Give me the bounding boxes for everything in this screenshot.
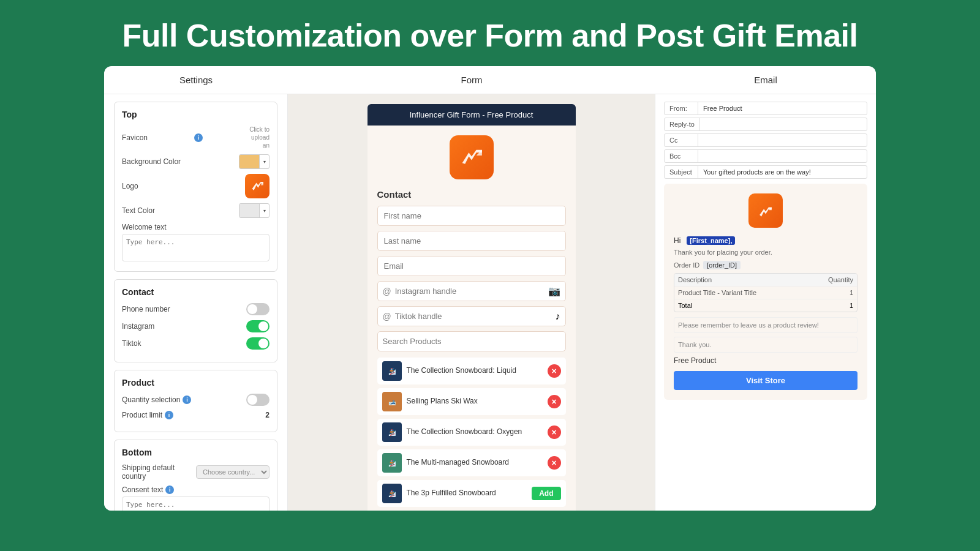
first-name-tag: [First_name],	[687, 236, 735, 245]
form-logo-area	[377, 135, 566, 179]
subject-label: Subject	[665, 166, 698, 178]
cc-label: Cc	[665, 134, 698, 146]
columns-body: Top Favicon i Click touploadan Backgroun…	[104, 94, 876, 511]
email-thankyou-note: Thank you.	[674, 337, 858, 353]
consent-text-input[interactable]	[122, 497, 270, 511]
product-name-3: The Collection Snowboard: Oxygen	[407, 427, 543, 437]
cc-value	[698, 138, 867, 143]
table-total-row: Total 1	[674, 299, 857, 312]
email-input[interactable]	[377, 256, 566, 276]
remove-product-4[interactable]: ×	[548, 456, 561, 470]
total-value: 1	[850, 302, 853, 309]
instagram-at-icon: @	[383, 287, 391, 296]
email-order-table: Description Quantity Product Title - Var…	[674, 273, 858, 312]
form-title-bar: Influencer Gift Form - Free Product	[368, 104, 576, 126]
tiktok-handle-input[interactable]	[395, 307, 556, 326]
remove-product-2[interactable]: ×	[548, 395, 561, 408]
consent-text-section: Consent text i	[122, 485, 270, 511]
text-color-swatch	[239, 204, 259, 217]
add-product-5[interactable]: Add	[532, 487, 560, 500]
email-preview: Hi [First_name], Thank you for placing y…	[664, 184, 867, 400]
tiktok-at-icon: @	[383, 312, 391, 321]
search-input-wrap	[377, 331, 566, 351]
visit-store-button[interactable]: Visit Store	[674, 371, 858, 390]
bg-color-swatch	[239, 155, 259, 168]
reply-to-value	[700, 122, 867, 127]
instagram-toggle[interactable]	[246, 320, 270, 332]
cc-field-row: Cc	[664, 133, 867, 147]
favicon-info-icon: i	[194, 133, 203, 142]
tiktok-brand-icon: ♪	[556, 311, 560, 322]
product-limit-label: Product limit i	[122, 411, 173, 419]
table-header: Description Quantity	[674, 274, 857, 286]
columns-header: Settings Form Email	[104, 66, 876, 94]
instagram-row: Instagram	[122, 320, 270, 332]
order-id-label: Order ID	[674, 261, 699, 269]
email-thank-you: Thank you for placing your order.	[674, 249, 858, 256]
remove-product-3[interactable]: ×	[548, 425, 561, 439]
quantity-label: Quantity selection i	[122, 395, 191, 404]
table-header-desc: Description	[678, 276, 823, 283]
table-product-row: Product Title - Variant Title 1	[674, 286, 857, 299]
from-field-row: From: Free Product	[664, 102, 867, 115]
tiktok-row: Tiktok	[122, 337, 270, 350]
product-row-qty: 1	[823, 289, 853, 296]
table-header-qty: Quantity	[823, 276, 853, 283]
welcome-text-input[interactable]	[122, 234, 270, 261]
product-item: 🏂 The 3p Fulfilled Snowboard Add	[377, 480, 566, 507]
favicon-label: Favicon	[122, 133, 148, 142]
phone-toggle[interactable]	[246, 303, 270, 315]
order-id-row: Order ID [order_ID]	[674, 261, 858, 269]
logo-arrow-icon	[249, 178, 266, 195]
instagram-input-row: @ 📷	[377, 281, 566, 301]
reply-to-label: Reply-to	[665, 118, 700, 130]
product-thumb-3: 🏂	[382, 422, 402, 442]
product-thumb-2: 🎿	[382, 392, 402, 411]
product-item: 🎿 Selling Plans Ski Wax ×	[377, 388, 566, 415]
text-color-row: Text Color ▾	[122, 203, 270, 218]
welcome-text-label: Welcome text	[122, 223, 270, 231]
contact-label: Contact	[377, 189, 566, 200]
instagram-handle-input[interactable]	[395, 282, 548, 301]
subject-field-row: Subject Your gifted products are on the …	[664, 165, 867, 179]
logo-upload-box[interactable]	[245, 174, 270, 198]
bg-color-arrow: ▾	[259, 155, 269, 168]
product-limit-value: 2	[265, 411, 270, 419]
click-to-upload-text: Click touploadan	[249, 126, 270, 149]
country-select[interactable]: Choose country...	[196, 465, 270, 479]
bg-color-picker[interactable]: ▾	[239, 154, 270, 169]
form-logo-box	[450, 135, 494, 179]
bcc-field-row: Bcc	[664, 149, 867, 163]
product-item: 🏂 The Collection Snowboard: Liquid ×	[377, 358, 566, 384]
email-greeting: Hi [First_name],	[674, 236, 858, 245]
product-limit-info-icon: i	[165, 411, 173, 419]
from-label: From:	[665, 102, 698, 114]
welcome-text-section: Welcome text	[122, 223, 270, 264]
page-header: Full Customization over Form and Post Gi…	[0, 0, 980, 66]
shipping-row: Shipping default country Choose country.…	[122, 463, 270, 481]
first-name-input[interactable]	[377, 206, 566, 226]
reply-to-field-row: Reply-to	[664, 118, 867, 131]
search-products-input[interactable]	[383, 332, 560, 351]
order-id-tag: [order_ID]	[703, 261, 741, 269]
quantity-info-icon: i	[183, 395, 191, 404]
logo-label: Logo	[122, 182, 138, 190]
form-body: Contact @ 📷 @ ♪	[368, 126, 576, 511]
bg-color-row: Background Color ▾	[122, 154, 270, 169]
favicon-row: Favicon i Click touploadan	[122, 126, 270, 149]
consent-label: Consent text i	[122, 485, 270, 494]
last-name-input[interactable]	[377, 231, 566, 251]
remove-product-1[interactable]: ×	[548, 364, 561, 378]
consent-info-icon: i	[165, 485, 174, 494]
tiktok-toggle[interactable]	[246, 337, 270, 350]
text-color-label: Text Color	[122, 206, 155, 215]
product-section-title: Product	[122, 378, 270, 388]
text-color-picker[interactable]: ▾	[239, 203, 270, 218]
col-header-form: Form	[288, 75, 655, 85]
subject-value: Your gifted products are on the way!	[698, 166, 867, 178]
quantity-toggle[interactable]	[246, 394, 270, 406]
page-title: Full Customization over Form and Post Gi…	[12, 17, 968, 54]
settings-column: Top Favicon i Click touploadan Backgroun…	[104, 94, 288, 511]
product-thumb-4: 🏂	[382, 453, 402, 473]
total-label: Total	[678, 302, 692, 309]
